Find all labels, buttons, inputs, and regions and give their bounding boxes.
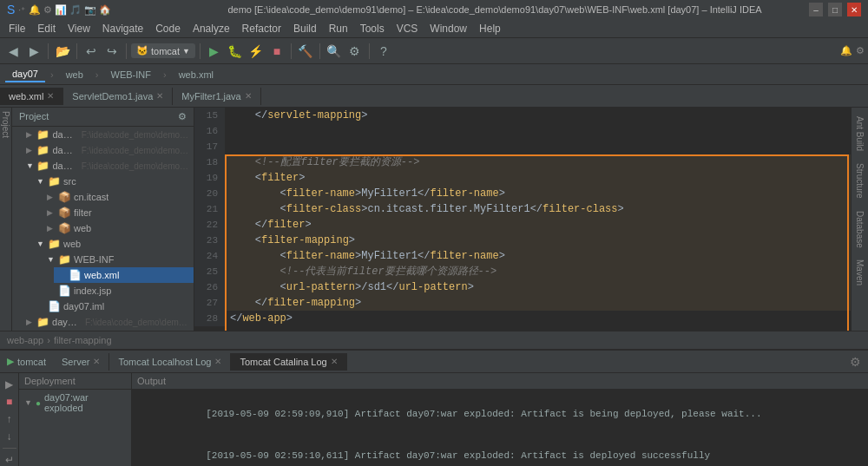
run-btn[interactable]: ▶ <box>205 42 224 61</box>
editor-tab-myfilter[interactable]: MyFilter1.java ✕ <box>173 88 260 105</box>
run-wrap-btn[interactable]: ↵ <box>2 452 17 466</box>
tree-item-filter[interactable]: ▶ 📦 filter <box>43 205 194 220</box>
project-tab[interactable]: Project <box>1 111 10 138</box>
run-body: Deployment ▼ ● day07:war exploded Output… <box>19 373 868 466</box>
menu-window[interactable]: Window <box>424 21 472 36</box>
maximize-button[interactable]: □ <box>828 3 842 16</box>
servletdemo-tab-close[interactable]: ✕ <box>156 91 163 101</box>
output-content: [2019-05-09 02:59:09,910] Artifact day07… <box>132 390 868 466</box>
tree-item-indexjsp[interactable]: 📄 index.jsp <box>43 283 194 299</box>
debug-btn[interactable]: 🐛 <box>226 42 245 61</box>
menu-view[interactable]: View <box>62 21 95 36</box>
tree-item-src[interactable]: ▼ 📁 src <box>33 174 194 189</box>
editor-tab-servletdemo[interactable]: ServletDemo1.java ✕ <box>63 88 173 105</box>
breadcrumb-filtermapping[interactable]: filter-mapping <box>54 335 112 345</box>
menu-refactor[interactable]: Refactor <box>237 21 286 36</box>
settings-btn[interactable]: ⚙ <box>345 42 365 61</box>
run-restart-btn[interactable]: ▶ <box>2 377 17 392</box>
tree-item-day05[interactable]: ▶ 📁 day05 F:\idea\code_demo\demo91\d <box>23 142 194 158</box>
run-tab-localhost[interactable]: Tomcat Localhost Log ✕ <box>109 353 231 371</box>
tree-item-cn-itcast[interactable]: ▶ 📦 cn.itcast <box>43 189 194 205</box>
project-panel-settings[interactable]: ⚙ <box>178 111 187 122</box>
menu-help[interactable]: Help <box>474 21 506 36</box>
tree-item-day07[interactable]: ▼ 📁 day07 F:\idea\code_demo\demo91\d <box>23 158 194 174</box>
menu-edit[interactable]: Edit <box>32 21 61 36</box>
nav-tab-webxml[interactable]: web.xml <box>172 68 220 82</box>
search-everywhere-btn[interactable]: 🔍 <box>325 42 344 61</box>
output-line-2: [2019-05-09 02:59:10,611] Artifact day07… <box>137 435 863 466</box>
run-scroll-up[interactable]: ↑ <box>2 411 17 427</box>
output-area: Output [2019-05-09 02:59:09,910] Artifac… <box>132 373 868 466</box>
breadcrumb-webap[interactable]: web-app <box>7 335 43 345</box>
minimize-button[interactable]: – <box>809 3 823 16</box>
toolbar-forward-btn[interactable]: ▶ <box>24 42 43 61</box>
line-19: 19 <filter> <box>194 170 851 186</box>
line-15: 15 </servlet-mapping> <box>194 108 851 123</box>
editor-breadcrumb: web-app › filter-mapping <box>0 331 868 350</box>
run-coverage-btn[interactable]: ⚡ <box>247 42 266 61</box>
tree-item-web[interactable]: ▼ 📁 web <box>33 236 194 252</box>
webxml-tab-close[interactable]: ✕ <box>47 91 54 101</box>
tree-item-webxml-selected[interactable]: 📄 web.xml <box>54 267 194 283</box>
line-18: 18 <!--配置filter要拦截的资源--> <box>194 154 851 170</box>
build-btn[interactable]: 🔨 <box>296 42 315 61</box>
deployment-panel: Deployment ▼ ● day07:war exploded <box>19 373 132 466</box>
toolbar-back-btn[interactable]: ◀ <box>3 42 23 61</box>
code-editor[interactable]: 15 </servlet-mapping> 16 17 18 <!--配置fil… <box>194 108 851 331</box>
run-tab-catalina[interactable]: Tomcat Catalina Log ✕ <box>231 353 346 371</box>
run-config-selector[interactable]: 🐱 tomcat ▼ <box>131 43 195 58</box>
structure-tab[interactable]: Structure <box>853 158 866 204</box>
server-tab-close[interactable]: ✕ <box>93 357 100 366</box>
tree-item-day002[interactable]: ▶ 📁 day_002 F:\idea\code_demo\demo91\d <box>23 330 194 331</box>
ant-build-tab[interactable]: Ant Build <box>853 111 866 156</box>
line-20: 20 <filter-name>MyFilter1</filter-name> <box>194 186 851 201</box>
deployment-header: Deployment <box>19 373 131 390</box>
menu-build[interactable]: Build <box>288 21 322 36</box>
servletdemo-tab-label: ServletDemo1.java <box>72 91 153 102</box>
run-stop-btn[interactable]: ■ <box>2 394 17 410</box>
help-btn[interactable]: ? <box>374 42 393 61</box>
menu-navigate[interactable]: Navigate <box>97 21 148 36</box>
project-tree-panel: Project ⚙ ▶ 📁 day03 F:\idea\code_demo\de… <box>12 108 194 331</box>
run-toolbar: ▶ ■ ↑ ↓ ↵ ⊘ 🗑 <box>0 373 19 466</box>
close-button[interactable]: ✕ <box>847 3 861 16</box>
tree-item-day02[interactable]: ▶ 📁 day_02 F:\idea\code_demo\demo91\d <box>23 314 194 330</box>
run-settings-btn[interactable]: ⚙ <box>843 355 868 369</box>
catalina-tab-close[interactable]: ✕ <box>331 357 338 366</box>
myfilter-tab-close[interactable]: ✕ <box>245 91 252 101</box>
title-bar: S ·⁺ 🔔 ⚙ 📊 🎵 📷 🏠 demo [E:\idea\code_demo… <box>0 0 868 19</box>
menu-analyze[interactable]: Analyze <box>187 21 235 36</box>
database-tab[interactable]: Database <box>853 206 866 253</box>
line-23: 23 <filter-mapping> <box>194 233 851 248</box>
tree-item-web-src[interactable]: ▶ 📦 web <box>43 220 194 236</box>
menu-file[interactable]: File <box>3 21 30 36</box>
menu-vcs[interactable]: VCS <box>391 21 424 36</box>
editor-tab-webxml[interactable]: web.xml ✕ <box>0 88 63 105</box>
nav-tab-day07[interactable]: day07 <box>5 67 45 82</box>
toolbar: ◀ ▶ 📂 ↩ ↪ 🐱 tomcat ▼ ▶ 🐛 ⚡ ■ 🔨 🔍 ⚙ ? 🔔 ⚙ <box>0 38 868 64</box>
nav-tab-webinf[interactable]: WEB-INF <box>104 68 158 82</box>
myfilter-tab-label: MyFilter1.java <box>181 91 240 102</box>
tree-item-day03[interactable]: ▶ 📁 day03 F:\idea\code_demo\demo91\d <box>23 127 194 142</box>
menu-code[interactable]: Code <box>150 21 186 36</box>
toolbar-redo-btn[interactable]: ↪ <box>102 42 122 61</box>
localhost-tab-close[interactable]: ✕ <box>214 357 221 366</box>
menu-tools[interactable]: Tools <box>355 21 390 36</box>
nav-tab-web[interactable]: web <box>59 68 90 82</box>
run-scroll-down[interactable]: ↓ <box>2 429 17 444</box>
project-tree: ▶ 📁 day03 F:\idea\code_demo\demo91\d ▶ 📁… <box>12 127 194 331</box>
maven-tab[interactable]: Maven <box>853 254 866 291</box>
toolbar-undo-btn[interactable]: ↩ <box>82 42 101 61</box>
line-17: 17 <box>194 139 851 154</box>
tree-item-day07iml[interactable]: 📄 day07.iml <box>33 299 194 314</box>
deployment-item-day07[interactable]: ▼ ● day07:war exploded <box>19 390 131 416</box>
toolbar-open-btn[interactable]: 📂 <box>53 42 72 61</box>
run-tab-server[interactable]: Server ✕ <box>53 353 109 371</box>
line-25: 25 <!--代表当前filter要拦截哪个资源路径--> <box>194 264 851 279</box>
line-28: 28 </web-app> <box>194 311 851 326</box>
stop-btn[interactable]: ■ <box>267 42 286 61</box>
run-content: ▶ ■ ↑ ↓ ↵ ⊘ 🗑 Deployment ▼ ● day07:war e… <box>0 373 868 466</box>
right-sidebar: Ant Build Structure Database Maven <box>851 108 868 331</box>
tree-item-webinf[interactable]: ▼ 📁 WEB-INF <box>43 252 194 267</box>
menu-run[interactable]: Run <box>324 21 353 36</box>
